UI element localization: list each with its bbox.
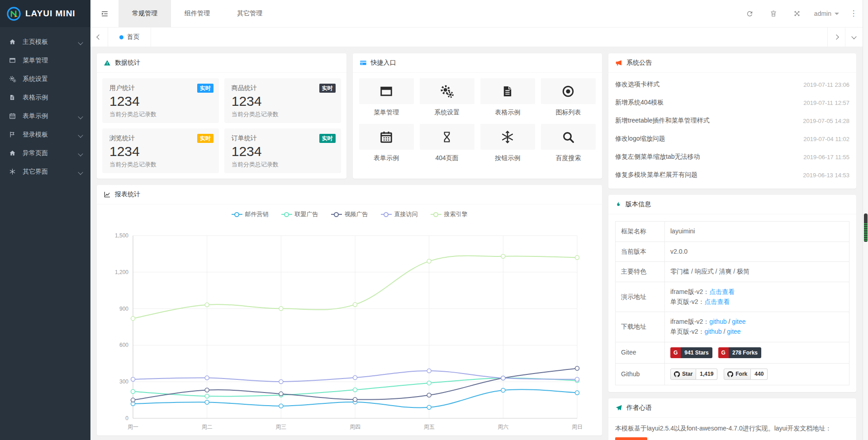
legend-marker-icon: [331, 212, 342, 217]
quick-tile-baidu-search[interactable]: 百度搜索: [541, 124, 596, 163]
legend-item[interactable]: 邮件营销: [232, 210, 269, 218]
demo-link-iframe[interactable]: 点击查看: [709, 288, 735, 295]
gitee-stars-badge[interactable]: G941 Stars: [670, 347, 712, 359]
list-item: 修复左侧菜单缩放tab无法移动 2019-06-17 11:55: [615, 148, 849, 166]
download-link-gitee[interactable]: gitee: [732, 318, 745, 325]
stat-value: 1234: [109, 144, 212, 159]
announcement-text: 修改选项卡样式: [615, 80, 659, 89]
nav-tab-component-manage[interactable]: 组件管理: [171, 0, 223, 27]
sidebar-item-system-settings[interactable]: 系统设置: [0, 70, 90, 88]
app-logo[interactable]: LAYUI MINI: [0, 0, 90, 27]
more-menu-icon[interactable]: ⋮: [844, 0, 863, 27]
layui-docs-badge[interactable]: layui文档: [615, 437, 647, 440]
stat-box-goods: 商品统计 实时 1234 当前分类总记录数: [224, 78, 341, 123]
nav-tab-other-manage[interactable]: 其它管理: [223, 0, 276, 27]
sidebar-item-other-ui[interactable]: 其它界面: [0, 162, 90, 181]
chevron-down-icon: [79, 113, 82, 120]
user-dropdown[interactable]: admin: [809, 10, 844, 17]
legend-item[interactable]: 联盟广告: [281, 210, 318, 218]
quick-tile-form-demo[interactable]: 表单示例: [359, 124, 414, 163]
announcement-date: 2019-07-04 11:02: [803, 136, 849, 142]
sidebar-item-label: 异常页面: [23, 149, 48, 157]
caret-down-icon: [835, 13, 839, 17]
legend-marker-icon: [381, 212, 392, 217]
download-link-github[interactable]: github: [709, 318, 726, 325]
calendar-icon: [379, 130, 393, 144]
tab-home[interactable]: 首页: [108, 28, 151, 47]
app-title: LAYUI MINI: [25, 9, 76, 19]
search-icon: [561, 130, 575, 144]
refresh-icon[interactable]: [738, 0, 762, 27]
sidebar-item-label: 登录模板: [23, 131, 48, 139]
table-row: Gitee G941 Stars G278 Forks: [616, 342, 849, 364]
row-label: 主要特色: [616, 262, 665, 282]
announcement-text: 新增系统404模板: [615, 99, 664, 107]
sidebar-item-label: 系统设置: [23, 75, 48, 83]
sidebar-item-menu-manage[interactable]: 菜单管理: [0, 51, 90, 70]
chevron-down-icon: [79, 38, 82, 46]
quick-tile-404-page[interactable]: 404页面: [420, 124, 474, 163]
stat-value: 1234: [232, 94, 334, 109]
topbar-actions: admin ⋮: [738, 0, 863, 27]
github-star-button[interactable]: Star 1,419: [670, 369, 717, 380]
row-value: Star 1,419 Fork 440: [665, 364, 849, 385]
sidebar: LAYUI MINI 主页模板 菜单管理 系统设置 表格示例 表单示例 登录模板: [0, 0, 90, 440]
card-title: 报表统计: [115, 190, 140, 199]
tab-scroll-right-icon[interactable]: [827, 28, 845, 47]
legend-label: 直接访问: [394, 210, 418, 218]
quick-tile-icon-list[interactable]: 图标列表: [541, 78, 596, 118]
download-link-github[interactable]: github: [704, 328, 721, 335]
stat-box-views: 浏览统计 实时 1234 当前分类总记录数: [102, 128, 219, 173]
quick-tile-table-demo[interactable]: 表格示例: [480, 78, 535, 118]
tab-operations-dropdown-icon[interactable]: [845, 28, 863, 47]
github-star-count: 1,419: [696, 369, 717, 380]
github-fork-button[interactable]: Fork 440: [724, 369, 768, 380]
sidebar-item-home-template[interactable]: 主页模板: [0, 33, 90, 51]
quick-tile-system-settings[interactable]: 系统设置: [420, 78, 474, 118]
card-quick-entry: 快捷入口 菜单管理 系统设置 表格示例: [353, 53, 602, 179]
version-table: 框架名称 layuimini 当前版本 v2.0.0 主要特色 零门槛 / 响应…: [615, 221, 849, 385]
stat-title: 浏览统计: [109, 134, 212, 142]
clear-cache-trash-icon[interactable]: [762, 0, 785, 27]
download-link-gitee[interactable]: gitee: [727, 328, 740, 335]
nav-tab-regular-manage[interactable]: 常规管理: [119, 0, 171, 27]
fullscreen-icon[interactable]: [785, 0, 809, 27]
svg-text:1,500: 1,500: [115, 232, 128, 239]
row-label: 下载地址: [616, 312, 665, 342]
card-title: 快捷入口: [371, 59, 396, 67]
announcement-date: 2019-07-11 12:57: [803, 99, 849, 106]
sidebar-item-error-pages[interactable]: 异常页面: [0, 144, 90, 162]
sidebar-item-label: 表单示例: [23, 112, 48, 120]
quick-tile-button-demo[interactable]: 按钮示例: [480, 124, 535, 163]
stat-value: 1234: [109, 94, 212, 109]
tab-scroll-left-icon[interactable]: [90, 28, 108, 47]
sidebar-item-login-template[interactable]: 登录模板: [0, 125, 90, 144]
snowflake-icon: [501, 130, 514, 144]
table-row: 下载地址 iframe版-v2：github / gitee 单页版-v2：gi…: [616, 312, 849, 342]
sidebar-toggle-icon[interactable]: [90, 0, 119, 27]
credit-card-icon: [360, 59, 367, 66]
gitee-logo-icon: G: [670, 347, 681, 359]
gitee-forks-badge[interactable]: G278 Forks: [718, 347, 761, 359]
quick-tile-menu-manage[interactable]: 菜单管理: [359, 78, 414, 118]
legend-item[interactable]: 视频广告: [331, 210, 368, 218]
logo-icon: [6, 6, 21, 21]
announcement-text: 新增treetable插件和菜单管理样式: [615, 117, 709, 125]
row-label: Github: [616, 364, 665, 385]
paper-plane-icon: [615, 404, 622, 412]
stat-desc: 当前分类总记录数: [109, 110, 212, 118]
demo-link-spa[interactable]: 点击查看: [704, 298, 730, 305]
legend-label: 联盟广告: [295, 210, 318, 218]
legend-marker-icon: [232, 212, 242, 217]
page-scrollbar[interactable]: [863, 0, 868, 440]
sidebar-item-form-demo[interactable]: 表单示例: [0, 107, 90, 125]
announcement-text: 修复多模块菜单栏展开有问题: [615, 171, 697, 179]
sidebar-item-table-demo[interactable]: 表格示例: [0, 88, 90, 107]
svg-text:900: 900: [119, 306, 128, 312]
scrollbar-thumb[interactable]: [864, 213, 868, 242]
svg-text:周五: 周五: [424, 424, 435, 430]
status-badge: 实时: [197, 84, 213, 93]
legend-item[interactable]: 搜索引擎: [431, 210, 468, 218]
svg-text:0: 0: [125, 415, 128, 421]
legend-item[interactable]: 直接访问: [381, 210, 418, 218]
